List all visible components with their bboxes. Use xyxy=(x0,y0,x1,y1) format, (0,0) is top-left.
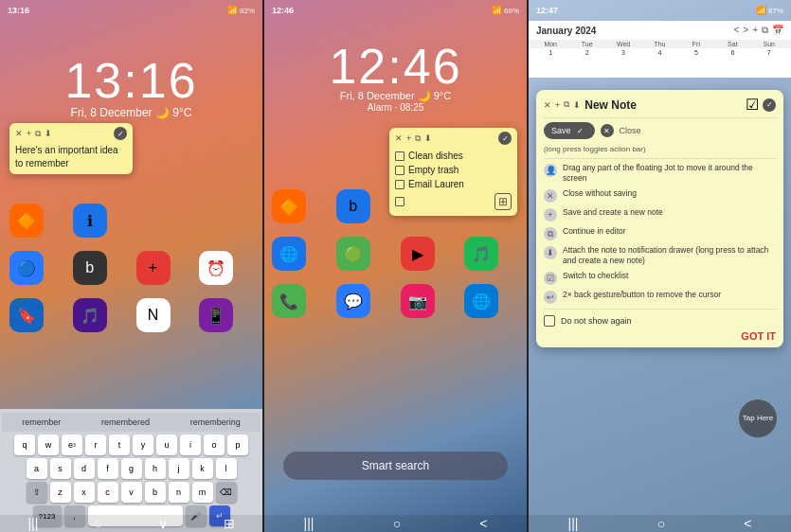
nav-menu-p1[interactable]: ||| xyxy=(27,516,38,531)
app-icon-notion[interactable]: N xyxy=(136,298,171,332)
cal-next-btn[interactable]: > xyxy=(743,25,748,36)
checklist-pin-btn[interactable]: ⬇ xyxy=(424,133,432,143)
checklist-close-btn[interactable]: ✕ xyxy=(395,133,403,143)
key-z[interactable]: z xyxy=(50,482,71,503)
checklist-export-btn[interactable]: ⧉ xyxy=(415,133,421,144)
got-it-button[interactable]: GOT IT xyxy=(544,330,776,342)
note-widget-p1[interactable]: ✕ + ⧉ ⬇ Here's an important idea to reme… xyxy=(9,123,133,174)
save-button-p3[interactable]: Save ✓ xyxy=(544,122,595,139)
key-e[interactable]: e3 xyxy=(62,434,82,455)
key-w[interactable]: w xyxy=(38,434,59,455)
key-backspace[interactable]: ⌫ xyxy=(216,482,237,503)
key-r[interactable]: r xyxy=(85,434,106,455)
checkbox-1[interactable] xyxy=(395,151,404,161)
cal-day-2[interactable]: 2 xyxy=(568,49,604,56)
note-close-btn-p1[interactable]: ✕ xyxy=(15,129,23,138)
nav-menu-p3[interactable]: ||| xyxy=(568,516,579,531)
key-v[interactable]: v xyxy=(121,482,142,503)
key-o[interactable]: o xyxy=(204,434,225,455)
nav-back-p2[interactable]: < xyxy=(479,516,487,531)
x-btn-p3[interactable]: ✕ xyxy=(601,124,614,137)
key-f[interactable]: f xyxy=(98,458,118,479)
nav-back-p3[interactable]: < xyxy=(744,516,751,531)
app-phone-p2[interactable]: 📞 xyxy=(272,284,306,318)
key-g[interactable]: g xyxy=(121,458,142,479)
app-icon-circle-blue[interactable]: 🔵 xyxy=(9,251,44,285)
key-d[interactable]: d xyxy=(74,458,95,479)
checklist-add-btn[interactable]: + xyxy=(406,133,411,143)
note-add-p3[interactable]: + xyxy=(555,100,560,110)
key-b[interactable]: b xyxy=(145,482,166,503)
app-skype-p2[interactable]: 🔶 xyxy=(272,189,306,223)
note-confirm-p1[interactable] xyxy=(114,127,127,140)
app-camera-p2[interactable]: 📷 xyxy=(401,284,435,318)
checklist-widget-p2[interactable]: ✕ + ⧉ ⬇ ✓ Clean dishes Empty trash Email… xyxy=(389,128,517,216)
app-icon-b[interactable]: b xyxy=(73,251,107,285)
key-s[interactable]: s xyxy=(50,458,71,479)
app-icon-skype[interactable]: 🔶 xyxy=(9,204,44,238)
note-pin-p3[interactable]: ⬇ xyxy=(573,100,581,110)
key-m[interactable]: m xyxy=(192,482,213,503)
cal-export-btn[interactable]: ⧉ xyxy=(762,25,768,36)
app-icon-phone[interactable]: 📱 xyxy=(199,298,233,332)
key-j[interactable]: j xyxy=(169,458,189,479)
note-add-btn-p1[interactable]: + xyxy=(27,129,31,138)
donot-show-checkbox[interactable] xyxy=(544,315,555,327)
note-export-btn-p1[interactable]: ⧉ xyxy=(35,129,41,139)
key-n[interactable]: n xyxy=(169,482,189,503)
key-a[interactable]: a xyxy=(27,458,47,479)
key-shift[interactable]: ⇧ xyxy=(27,482,47,503)
key-k[interactable]: k xyxy=(192,458,213,479)
key-u[interactable]: u xyxy=(156,434,177,455)
tap-here-bubble[interactable]: Tap Here xyxy=(739,399,777,437)
key-q[interactable]: q xyxy=(14,434,35,455)
note-confirm-p3[interactable]: ✓ xyxy=(763,98,776,112)
keyboard-p1[interactable]: remember remembered remembering q w e3 r… xyxy=(0,409,262,532)
key-t[interactable]: t xyxy=(109,434,130,455)
key-h[interactable]: h xyxy=(145,458,166,479)
app-youtube-p2[interactable]: ▶ xyxy=(401,237,435,271)
app-edge-p2[interactable]: 🌐 xyxy=(464,284,498,318)
note-checkbox-p3[interactable]: ☑ xyxy=(746,96,759,114)
suggest-3[interactable]: remembering xyxy=(190,417,241,427)
checklist-expand-btn[interactable]: ⊞ xyxy=(494,193,512,210)
cal-day-6[interactable]: 6 xyxy=(714,49,750,56)
cal-view-btn[interactable]: 📅 xyxy=(772,25,783,36)
suggest-1[interactable]: remember xyxy=(22,417,61,427)
note-export-p3[interactable]: ⧉ xyxy=(564,99,569,110)
key-l[interactable]: l xyxy=(216,458,237,479)
key-x[interactable]: x xyxy=(74,482,95,503)
smart-search-bar[interactable]: Smart search xyxy=(283,452,508,480)
checkbox-2[interactable] xyxy=(395,166,404,175)
key-p[interactable]: p xyxy=(227,434,248,455)
nav-apps-p1[interactable]: ⊞ xyxy=(224,516,235,531)
app-icon-bookmark[interactable]: 🔖 xyxy=(9,298,44,332)
cal-prev-btn[interactable]: < xyxy=(733,25,739,36)
nav-home-p2[interactable]: ○ xyxy=(393,516,401,531)
key-i[interactable]: i xyxy=(180,434,201,455)
cal-day-5[interactable]: 5 xyxy=(678,49,714,56)
nav-home-p3[interactable]: ○ xyxy=(657,516,665,531)
note-pin-btn-p1[interactable]: ⬇ xyxy=(45,129,52,138)
suggest-2[interactable]: remembered xyxy=(101,417,150,427)
checkbox-3[interactable] xyxy=(395,180,404,189)
checkbox-4[interactable] xyxy=(395,197,404,206)
cal-day-7[interactable]: 7 xyxy=(751,49,787,56)
cal-day-4[interactable]: 4 xyxy=(641,49,677,56)
app-spotify-p2[interactable]: 🎵 xyxy=(464,237,498,271)
cal-add-btn[interactable]: + xyxy=(752,25,758,36)
app-blue-p2[interactable]: 🌐 xyxy=(272,237,306,271)
key-y[interactable]: y xyxy=(133,434,153,455)
note-close-p3[interactable]: ✕ xyxy=(544,100,551,110)
nav-back-p1[interactable]: ∨ xyxy=(158,516,168,531)
cal-day-1[interactable]: 1 xyxy=(532,49,568,56)
app-icon-info[interactable]: ℹ xyxy=(73,204,107,238)
app-icon-music[interactable]: 🎵 xyxy=(73,298,107,332)
app-chat-p2[interactable]: 💬 xyxy=(336,284,370,318)
app-icon-plus[interactable]: + xyxy=(136,251,171,285)
key-c[interactable]: c xyxy=(98,482,118,503)
app-circle-p2[interactable]: b xyxy=(336,189,370,223)
nav-home-p1[interactable]: ○ xyxy=(94,516,101,531)
cal-day-3[interactable]: 3 xyxy=(605,49,641,56)
app-dots-p2[interactable]: 🟢 xyxy=(336,237,370,271)
